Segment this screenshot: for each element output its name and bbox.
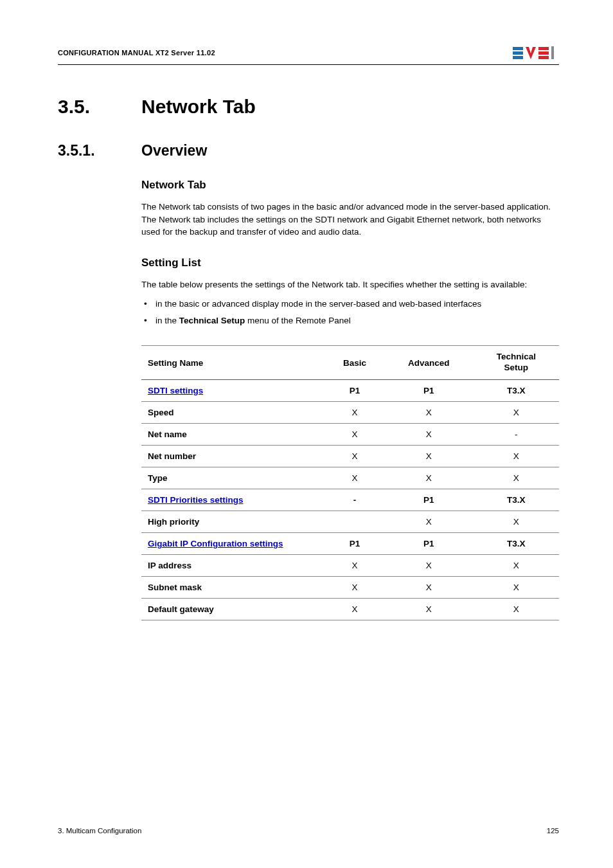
cell-advanced: P1 — [384, 533, 474, 555]
cell-advanced: P1 — [384, 489, 474, 511]
cell-advanced: X — [384, 446, 474, 467]
bold-term: Technical Setup — [179, 316, 245, 325]
cell-basic: - — [325, 489, 384, 511]
list-item: in the basic or advanced display mode in… — [141, 297, 559, 311]
table-row: Net numberXXX — [141, 446, 559, 467]
cell-tech: X — [474, 446, 559, 467]
section-heading-1: 3.5. Network Tab — [58, 96, 559, 118]
h1-title: Network Tab — [141, 96, 256, 118]
block1-paragraph: The Network tab consists of two pages in… — [141, 201, 559, 239]
page-header: CONFIGURATION MANUAL XT2 Server 11.02 — [58, 45, 559, 65]
table-row: SDTI settingsP1P1T3.X — [141, 380, 559, 402]
cell-tech: T3.X — [474, 489, 559, 511]
cell-basic: X — [325, 446, 384, 467]
setting-link[interactable]: SDTI settings — [148, 386, 203, 395]
block1-heading: Network Tab — [141, 179, 559, 192]
cell-setting-name[interactable]: SDTI settings — [141, 380, 325, 402]
cell-advanced: X — [384, 402, 474, 424]
page-footer: 3. Multicam Configuration 125 — [58, 827, 559, 835]
cell-advanced: X — [384, 599, 474, 620]
cell-advanced: X — [384, 577, 474, 599]
cell-basic: P1 — [325, 380, 384, 402]
cell-setting-name[interactable]: Gigabit IP Configuration settings — [141, 533, 325, 555]
table-row: Gigabit IP Configuration settingsP1P1T3.… — [141, 533, 559, 555]
table-row: Net nameXX- — [141, 424, 559, 446]
col-header-advanced: Advanced — [384, 346, 474, 380]
cell-tech: X — [474, 402, 559, 424]
table-row: Default gatewayXXX — [141, 599, 559, 620]
cell-basic: P1 — [325, 533, 384, 555]
col-header-technical: Technical Setup — [474, 346, 559, 380]
evs-logo-icon — [513, 45, 559, 60]
block2-paragraph: The table below presents the settings of… — [141, 278, 559, 291]
cell-tech: X — [474, 599, 559, 620]
cell-basic: X — [325, 599, 384, 620]
cell-setting-name: Speed — [141, 402, 325, 424]
setting-link[interactable]: SDTI Priorities settings — [148, 495, 244, 505]
cell-advanced: P1 — [384, 380, 474, 402]
list-item: in the Technical Setup menu of the Remot… — [141, 314, 559, 328]
cell-tech: T3.X — [474, 380, 559, 402]
cell-tech: - — [474, 424, 559, 446]
table-row: SDTI Priorities settings-P1T3.X — [141, 489, 559, 511]
cell-advanced: X — [384, 555, 474, 577]
cell-tech: X — [474, 577, 559, 599]
cell-tech: T3.X — [474, 533, 559, 555]
cell-setting-name: IP address — [141, 555, 325, 577]
col-header-name: Setting Name — [141, 346, 325, 380]
cell-setting-name: Type — [141, 467, 325, 489]
table-row: Subnet maskXXX — [141, 577, 559, 599]
h2-number: 3.5.1. — [58, 142, 141, 159]
footer-left: 3. Multicam Configuration — [58, 827, 141, 835]
cell-basic: X — [325, 402, 384, 424]
settings-table: Setting Name Basic Advanced Technical Se… — [141, 345, 559, 620]
cell-setting-name[interactable]: SDTI Priorities settings — [141, 489, 325, 511]
footer-page-number: 125 — [547, 827, 559, 835]
svg-rect-5 — [538, 56, 549, 59]
brand-logo — [513, 45, 559, 60]
h1-number: 3.5. — [58, 96, 141, 118]
cell-advanced: X — [384, 424, 474, 446]
cell-tech: X — [474, 511, 559, 533]
section-heading-2: 3.5.1. Overview — [58, 142, 559, 159]
cell-advanced: X — [384, 511, 474, 533]
header-title: CONFIGURATION MANUAL XT2 Server 11.02 — [58, 49, 215, 57]
svg-rect-2 — [513, 56, 523, 59]
table-header-row: Setting Name Basic Advanced Technical Se… — [141, 346, 559, 380]
table-row: TypeXXX — [141, 467, 559, 489]
cell-setting-name: High priority — [141, 511, 325, 533]
block2-heading: Setting List — [141, 257, 559, 269]
col-header-basic: Basic — [325, 346, 384, 380]
cell-basic: X — [325, 577, 384, 599]
cell-basic: X — [325, 424, 384, 446]
table-row: IP addressXXX — [141, 555, 559, 577]
bullet-list: in the basic or advanced display mode in… — [141, 297, 559, 327]
cell-tech: X — [474, 555, 559, 577]
svg-rect-6 — [551, 46, 554, 59]
cell-basic: X — [325, 467, 384, 489]
cell-setting-name: Net number — [141, 446, 325, 467]
svg-rect-3 — [538, 47, 549, 50]
table-row: High priorityXX — [141, 511, 559, 533]
setting-link[interactable]: Gigabit IP Configuration settings — [148, 539, 283, 548]
cell-setting-name: Net name — [141, 424, 325, 446]
cell-advanced: X — [384, 467, 474, 489]
table-row: SpeedXXX — [141, 402, 559, 424]
svg-rect-1 — [513, 51, 523, 55]
cell-setting-name: Default gateway — [141, 599, 325, 620]
cell-tech: X — [474, 467, 559, 489]
tech-line1: Technical — [497, 352, 536, 361]
h2-title: Overview — [141, 142, 207, 159]
cell-basic — [325, 511, 384, 533]
cell-setting-name: Subnet mask — [141, 577, 325, 599]
svg-rect-0 — [513, 47, 523, 50]
svg-rect-4 — [538, 51, 549, 55]
tech-line2: Setup — [504, 363, 529, 372]
cell-basic: X — [325, 555, 384, 577]
